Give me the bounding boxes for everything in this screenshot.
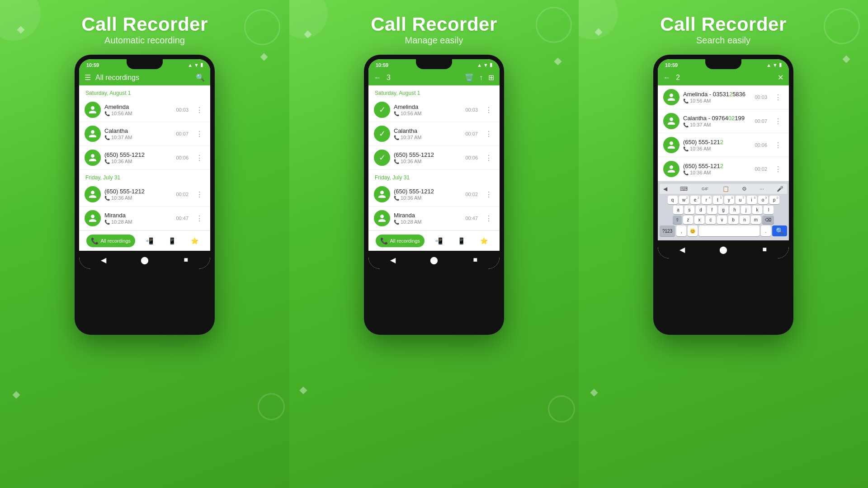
kb-keyboard-icon[interactable]: ⌨ [680, 186, 688, 192]
call-item-650-4[interactable]: (650) 555-1212 📞 10:36 AM 00:02 ⋮ [368, 183, 500, 206]
kb-e[interactable]: e3 [690, 196, 700, 204]
more-icon-search-calantha[interactable]: ⋮ [773, 115, 783, 127]
tab-all-recordings-2[interactable]: 📞 All recordings [376, 235, 425, 247]
back-nav-3[interactable]: ◀ [677, 244, 688, 255]
bottom-tabs-2: 📞 All recordings 📲 📱 ⭐ [368, 230, 500, 251]
kb-p[interactable]: p0 [769, 196, 779, 204]
kb-x[interactable]: x [694, 216, 704, 224]
search-result-650-2[interactable]: (650) 555-1212 📞 10:36 AM 00:02 ⋮ [658, 157, 789, 181]
more-icon-calantha-1[interactable]: ⋮ [194, 128, 205, 140]
more-icon-650-3[interactable]: ⋮ [483, 152, 494, 164]
kb-settings-icon[interactable]: ⚙ [742, 186, 747, 192]
home-nav-3[interactable]: ⬤ [718, 244, 729, 255]
more-icon-search-650-1[interactable]: ⋮ [773, 139, 783, 151]
kb-n[interactable]: n [740, 216, 750, 224]
kb-k[interactable]: k [752, 206, 762, 214]
call-item-650-3[interactable]: ✓ (650) 555-1212 📞 10:36 AM 00:06 ⋮ [368, 146, 500, 170]
home-nav-1[interactable]: ⬤ [139, 254, 150, 265]
more-icon-650-1[interactable]: ⋮ [194, 152, 205, 164]
more-icon-search-amelinda[interactable]: ⋮ [773, 91, 783, 103]
avatar-miranda-1 [85, 210, 101, 226]
more-icon-calantha-2[interactable]: ⋮ [483, 128, 494, 140]
kb-d[interactable]: d [696, 206, 706, 214]
call-duration-650-1: 00:06 [176, 155, 189, 160]
delete-icon-2[interactable]: 🗑️ [465, 73, 474, 82]
kb-z[interactable]: z [683, 216, 693, 224]
more-icon-amelinda-2[interactable]: ⋮ [483, 104, 494, 116]
kb-h[interactable]: h [730, 206, 740, 214]
kb-more-icon[interactable]: ··· [760, 186, 764, 192]
tab-all-recordings-1[interactable]: 📞 All recordings [86, 235, 135, 247]
kb-g[interactable]: g [718, 206, 728, 214]
more-icon-650-2[interactable]: ⋮ [194, 188, 205, 201]
kb-u[interactable]: u7 [736, 196, 745, 204]
search-icon-1[interactable]: 🔍 [196, 73, 205, 82]
back-nav-1[interactable]: ◀ [98, 254, 109, 265]
kb-t[interactable]: t5 [713, 196, 723, 204]
call-item-calantha-2[interactable]: ✓ Calantha 📞 10:37 AM 00:07 ⋮ [368, 122, 500, 146]
kb-i[interactable]: i8 [747, 196, 757, 204]
search-result-amelinda[interactable]: Amelinda - 0353125836 📞 10:56 AM 00:03 ⋮ [658, 85, 789, 109]
kb-comma[interactable]: , [676, 225, 686, 236]
kb-j[interactable]: j [741, 206, 751, 214]
deco-circle-4 [548, 395, 575, 422]
recent-nav-1[interactable]: ■ [180, 254, 191, 265]
battery-icon-3: ▮ [779, 62, 782, 68]
back-icon-2[interactable]: ← [374, 74, 381, 82]
select-all-icon-2[interactable]: ⊞ [488, 73, 494, 82]
kb-y[interactable]: y6 [724, 196, 734, 204]
more-icon-miranda-2[interactable]: ⋮ [483, 212, 494, 225]
call-item-calantha-1[interactable]: Calantha 📞 10:37 AM 00:07 ⋮ [79, 122, 210, 146]
kb-v[interactable]: v [717, 216, 727, 224]
tab-outgoing-1[interactable]: 📱 [164, 235, 180, 247]
kb-search-btn[interactable]: 🔍 [772, 225, 787, 236]
kb-f[interactable]: f [707, 206, 717, 214]
tab-starred-1[interactable]: ⭐ [186, 235, 203, 247]
tab-incoming-2[interactable]: 📲 [430, 235, 447, 247]
share-icon-2[interactable]: ↑ [479, 74, 483, 82]
kb-shift[interactable]: ⇧ [673, 216, 682, 224]
kb-b[interactable]: b [728, 216, 738, 224]
tab-incoming-1[interactable]: 📲 [141, 235, 158, 247]
kb-gif-btn[interactable]: GIF [700, 186, 710, 192]
home-nav-2[interactable]: ⬤ [429, 254, 439, 265]
kb-c[interactable]: c [706, 216, 716, 224]
call-item-miranda-2[interactable]: Miranda 📞 10:28 AM 00:47 ⋮ [368, 206, 500, 230]
kb-mic-icon[interactable]: 🎤 [777, 186, 783, 192]
kb-back-btn[interactable]: ◀ [663, 186, 667, 192]
more-icon-miranda-1[interactable]: ⋮ [194, 212, 205, 225]
selection-header-2: ← 3 🗑️ ↑ ⊞ [368, 70, 500, 85]
call-item-amelinda-2[interactable]: ✓ Amelinda 📞 10:56 AM 00:03 ⋮ [368, 98, 500, 122]
kb-space[interactable] [699, 225, 760, 236]
kb-m[interactable]: m [751, 216, 761, 224]
kb-w[interactable]: w2 [679, 196, 689, 204]
kb-clipboard-icon[interactable]: 📋 [722, 186, 729, 192]
kb-s[interactable]: s [684, 206, 694, 214]
more-icon-search-650-2[interactable]: ⋮ [773, 163, 783, 175]
tab-outgoing-2[interactable]: 📱 [453, 235, 470, 247]
kb-backspace[interactable]: ⌫ [762, 216, 774, 224]
kb-a[interactable]: a [673, 206, 683, 214]
kb-q[interactable]: q1 [668, 196, 678, 204]
back-nav-2[interactable]: ◀ [387, 254, 398, 265]
call-item-miranda-1[interactable]: Miranda 📞 10:28 AM 00:47 ⋮ [79, 206, 210, 230]
more-icon-amelinda-1[interactable]: ⋮ [194, 104, 205, 116]
menu-icon[interactable]: ☰ [85, 73, 91, 82]
kb-period[interactable]: . [761, 225, 771, 236]
call-item-650-2[interactable]: (650) 555-1212 📞 10:36 AM 00:02 ⋮ [79, 183, 210, 206]
kb-emoji[interactable]: 😊 [688, 225, 698, 236]
close-icon-3[interactable]: ✕ [778, 73, 783, 82]
call-item-amelinda-1[interactable]: Amelinda 📞 10:56 AM 00:03 ⋮ [79, 98, 210, 122]
call-item-650-1[interactable]: (650) 555-1212 📞 10:36 AM 00:06 ⋮ [79, 146, 210, 170]
recent-nav-3[interactable]: ■ [759, 244, 770, 255]
search-result-calantha[interactable]: Calantha - 0976402199 📞 10:37 AM 00:07 ⋮ [658, 109, 789, 133]
kb-o[interactable]: o9 [758, 196, 768, 204]
more-icon-650-4[interactable]: ⋮ [483, 188, 494, 201]
kb-l[interactable]: l [764, 206, 774, 214]
search-result-650-1[interactable]: (650) 555-1212 📞 10:36 AM 00:06 ⋮ [658, 133, 789, 157]
back-icon-3[interactable]: ← [663, 74, 670, 82]
tab-starred-2[interactable]: ⭐ [476, 235, 492, 247]
kb-r[interactable]: r4 [702, 196, 712, 204]
recent-nav-2[interactable]: ■ [470, 254, 481, 265]
kb-123[interactable]: ?123 [660, 225, 675, 236]
